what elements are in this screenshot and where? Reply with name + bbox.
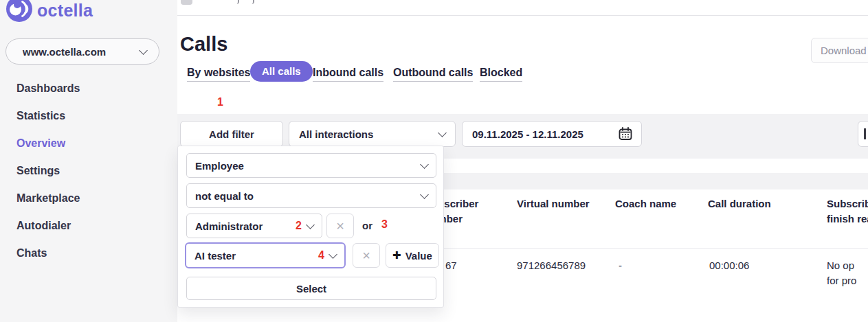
filter-panel: Employee not equal to Administrator 2 × …	[177, 146, 444, 308]
page-title: Calls	[180, 33, 227, 56]
annotation-1: 1	[217, 96, 223, 108]
add-filter-button[interactable]: Add filter	[180, 121, 283, 147]
sidebar-item-statistics[interactable]: Statistics	[16, 110, 65, 122]
topbar-partial-mark	[236, 0, 239, 4]
tab-outbound-calls[interactable]: Outbound calls	[393, 67, 473, 82]
remove-value-1-button[interactable]: ×	[326, 214, 354, 238]
sidebar-item-autodialer[interactable]: Autodialer	[16, 220, 71, 232]
filter-value-1-select[interactable]: Administrator 2	[186, 214, 322, 238]
add-value-label: Value	[405, 250, 432, 262]
interactions-select-value: All interactions	[299, 128, 439, 140]
column-header-coach-name: Coach name	[615, 196, 676, 211]
sidebar-item-chats[interactable]: Chats	[16, 247, 47, 260]
partial-icon	[864, 128, 866, 139]
topbar-partial-mark	[252, 0, 254, 4]
site-selector-value: www.octella.com	[23, 46, 140, 58]
annotation-4: 4	[318, 249, 324, 262]
partial-toolbar-button[interactable]	[858, 121, 868, 147]
page: octella www.octella.com Dashboards Stati…	[0, 0, 868, 322]
select-button[interactable]: Select	[186, 277, 436, 300]
interactions-select[interactable]: All interactions	[289, 121, 456, 147]
column-header-subscriber-finish-reason: Subscriber finish reason	[827, 196, 868, 227]
sidebar-item-settings[interactable]: Settings	[16, 165, 60, 177]
tab-all-calls[interactable]: All calls	[250, 61, 313, 82]
tab-inbound-calls[interactable]: Inbound calls	[313, 67, 383, 82]
chevron-down-icon	[139, 46, 148, 55]
cell-subscriber-finish-reason: No op for pro	[827, 258, 868, 288]
close-icon: ×	[336, 219, 344, 233]
annotation-2: 2	[296, 220, 302, 232]
sidebar: octella www.octella.com Dashboards Stati…	[0, 0, 177, 322]
filter-value-1: Administrator	[195, 220, 296, 232]
sidebar-item-marketplace[interactable]: Marketplace	[16, 192, 80, 205]
date-range-field[interactable]: 09.11.2025 - 12.11.2025	[462, 121, 642, 147]
filter-field-select[interactable]: Employee	[186, 153, 436, 178]
filter-value-2: AI tester	[194, 250, 318, 262]
chevron-down-icon	[420, 160, 429, 169]
download-button[interactable]: Download	[811, 38, 868, 63]
date-range-value: 09.11.2025 - 12.11.2025	[472, 128, 618, 140]
cell-call-duration: 00:00:06	[709, 258, 749, 273]
filter-value-2-select[interactable]: AI tester 4	[185, 242, 346, 268]
cell-virtual-number: 971266456789	[517, 258, 586, 273]
topbar-partial-icon	[181, 0, 192, 5]
chevron-down-icon	[420, 190, 429, 199]
sidebar-item-dashboards[interactable]: Dashboards	[16, 82, 80, 95]
column-header-call-duration: Call duration	[708, 196, 771, 211]
tab-blocked[interactable]: Blocked	[480, 67, 522, 82]
top-divider	[177, 15, 868, 16]
site-selector[interactable]: www.octella.com	[5, 38, 159, 65]
tab-by-websites[interactable]: By websites	[187, 67, 250, 82]
or-label: or	[362, 220, 372, 231]
filter-operator-value: not equal to	[195, 190, 421, 202]
plus-icon: ✚	[392, 249, 401, 262]
chevron-down-icon	[306, 220, 315, 229]
column-header-virtual-number: Virtual number	[517, 196, 590, 211]
close-icon: ×	[362, 249, 370, 262]
cell-coach-name: -	[619, 258, 622, 273]
octella-logo-icon	[5, 0, 33, 23]
remove-value-2-button[interactable]: ×	[353, 243, 380, 268]
chevron-down-icon	[438, 128, 447, 137]
brand-name: octella	[37, 1, 93, 21]
filter-operator-select[interactable]: not equal to	[186, 183, 436, 208]
filter-field-value: Employee	[195, 160, 421, 172]
sidebar-item-overview[interactable]: Overview	[16, 137, 65, 150]
calendar-icon	[618, 126, 633, 141]
cell-subscriber-number: 67	[445, 258, 457, 273]
chevron-down-icon	[329, 250, 337, 259]
add-value-button[interactable]: ✚ Value	[386, 243, 439, 268]
annotation-3: 3	[381, 218, 388, 231]
